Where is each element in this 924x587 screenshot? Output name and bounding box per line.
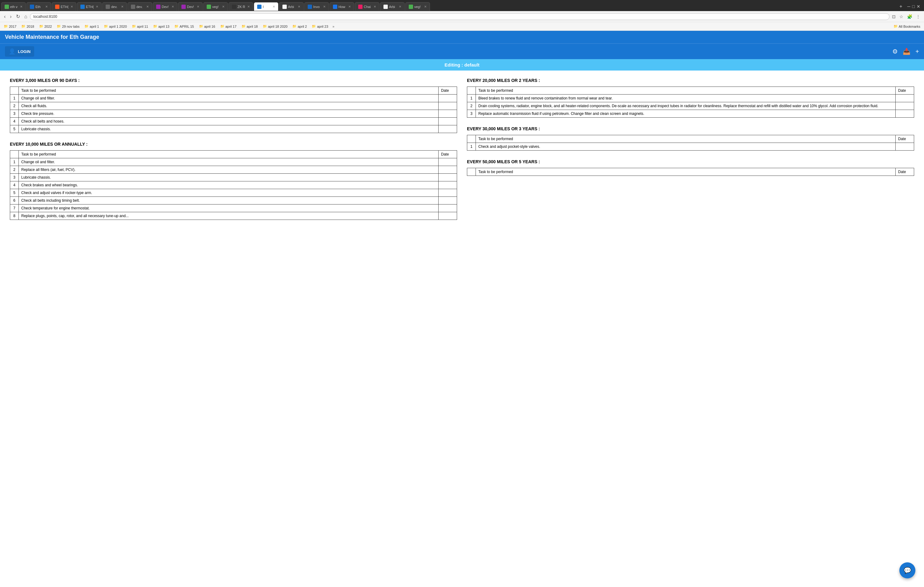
login-button[interactable]: 👤 LOGIN — [5, 46, 34, 57]
tab-close-2[interactable]: ✕ — [71, 5, 73, 8]
tab-favicon-9 — [232, 5, 236, 9]
browser-tab-0[interactable]: eth v✕ — [1, 2, 26, 11]
tab-favicon-1 — [30, 5, 34, 9]
browser-tab-10[interactable]: I✕ — [254, 2, 279, 11]
row-number: 3 — [10, 174, 19, 181]
browser-tab-15[interactable]: Arbi✕ — [380, 2, 405, 11]
reload-button[interactable]: ↻ — [15, 13, 21, 20]
table-row: 3Lubricate chassis. — [10, 174, 457, 181]
tab-close-0[interactable]: ✕ — [20, 5, 23, 8]
tab-close-11[interactable]: ✕ — [298, 5, 300, 8]
bookmark-8[interactable]: 📁APRIL 15 — [173, 24, 195, 29]
bookmark-5[interactable]: 📁april 1 2020 — [102, 24, 128, 29]
tab-label-7: Dev! — [187, 5, 195, 8]
browser-tab-4[interactable]: dev.✕ — [102, 2, 127, 11]
tab-label-16: veg! — [414, 5, 422, 8]
browser-tab-7[interactable]: Dev!✕ — [178, 2, 203, 11]
tab-close-1[interactable]: ✕ — [45, 5, 48, 8]
tab-close-3[interactable]: ✕ — [96, 5, 98, 8]
screen-cast-icon[interactable]: ⊡ — [891, 13, 897, 20]
row-number: 5 — [10, 189, 19, 197]
new-tab-button[interactable]: + — [897, 4, 904, 9]
tab-close-14[interactable]: ✕ — [374, 5, 376, 8]
right-column: EVERY 20,000 MILES OR 2 YEARS :Task to b… — [467, 78, 914, 229]
row-date — [439, 181, 457, 189]
settings-icon[interactable]: ⚙ — [892, 48, 898, 55]
browser-tab-8[interactable]: veg!✕ — [203, 2, 228, 11]
browser-tab-5[interactable]: dev.✕ — [127, 2, 152, 11]
tab-close-6[interactable]: ✕ — [172, 5, 174, 8]
tab-label-5: dev. — [137, 5, 144, 8]
all-bookmarks-button[interactable]: 📁All Bookmarks — [892, 24, 922, 29]
bookmark-12[interactable]: 📁april 18 2020 — [261, 24, 289, 29]
row-task: Change oil and filter. — [19, 94, 439, 102]
browser-tab-16[interactable]: veg!✕ — [405, 2, 430, 11]
tab-label-8: veg! — [212, 5, 220, 8]
browser-tab-12[interactable]: Invo✕ — [304, 2, 329, 11]
close-button[interactable]: ✕ — [917, 4, 920, 9]
table-header-0 — [10, 87, 19, 94]
tab-close-5[interactable]: ✕ — [146, 5, 149, 8]
tab-close-15[interactable]: ✕ — [399, 5, 401, 8]
tab-close-13[interactable]: ✕ — [348, 5, 351, 8]
menu-icon[interactable]: ⋮ — [915, 13, 922, 20]
bookmark-icon[interactable]: ☆ — [898, 13, 904, 20]
browser-tab-3[interactable]: ETH(✕ — [77, 2, 102, 11]
bookmark-13[interactable]: 📁april 2 — [291, 24, 308, 29]
row-date — [896, 94, 914, 102]
tab-favicon-0 — [5, 5, 9, 9]
row-number: 8 — [10, 212, 19, 220]
restore-button[interactable]: □ — [912, 4, 915, 9]
browser-tab-6[interactable]: Dev!✕ — [153, 2, 177, 11]
table-header-0 — [467, 168, 476, 176]
bookmark-3[interactable]: 📁29 nov tabs — [55, 24, 81, 29]
bookmark-14[interactable]: 📁april 23 — [310, 24, 329, 29]
row-task: Check temperature for engine thermostat. — [19, 204, 439, 212]
row-task: Check and adjust valves if rocker-type a… — [19, 189, 439, 197]
tab-close-10[interactable]: ✕ — [272, 5, 275, 8]
bookmark-4[interactable]: 📁april 1 — [83, 24, 100, 29]
bookmark-2[interactable]: 📁2022 — [38, 24, 53, 29]
tab-close-9[interactable]: ✕ — [248, 5, 250, 8]
browser-tab-1[interactable]: Eth✕ — [26, 2, 51, 11]
back-button[interactable]: ‹ — [2, 13, 7, 20]
minimize-button[interactable]: ─ — [908, 4, 911, 9]
browser-tab-9[interactable]: ZK R✕ — [229, 2, 253, 11]
bookmark-1[interactable]: 📁2018 — [20, 24, 35, 29]
browser-tab-2[interactable]: ETH(✕ — [52, 2, 76, 11]
browser-tab-11[interactable]: Arbi✕ — [279, 2, 304, 11]
add-icon[interactable]: + — [916, 48, 919, 55]
tab-close-7[interactable]: ✕ — [197, 5, 199, 8]
row-number: 2 — [10, 166, 19, 174]
tab-close-16[interactable]: ✕ — [424, 5, 427, 8]
bookmark-9[interactable]: 📁april 16 — [198, 24, 216, 29]
home-button[interactable]: ⌂ — [23, 13, 29, 20]
inbox-icon[interactable]: 📥 — [903, 48, 911, 55]
browser-tab-13[interactable]: How✕ — [330, 2, 354, 11]
browser-tab-14[interactable]: Chai✕ — [355, 2, 380, 11]
row-task: Lubricate chassis. — [19, 174, 439, 181]
address-input[interactable] — [30, 13, 889, 20]
bookmark-0[interactable]: 📁2017 — [2, 24, 18, 29]
more-bookmarks-button[interactable]: » — [333, 25, 335, 28]
bookmark-label-6: april 11 — [137, 25, 148, 28]
bookmark-10[interactable]: 📁april 17 — [219, 24, 238, 29]
table-row: 2Replace all filters (air, fuel, PCV). — [10, 166, 457, 174]
tab-close-4[interactable]: ✕ — [121, 5, 124, 8]
row-date — [439, 158, 457, 166]
bookmark-label-3: 29 nov tabs — [62, 25, 79, 28]
folder-icon-7: 📁 — [153, 24, 157, 28]
row-date — [439, 102, 457, 110]
forward-button[interactable]: › — [8, 13, 13, 20]
bookmark-6[interactable]: 📁april 11 — [130, 24, 149, 29]
bookmark-7[interactable]: 📁april 13 — [152, 24, 171, 29]
table-row: 3Check tire pressure. — [10, 110, 457, 118]
tab-close-12[interactable]: ✕ — [323, 5, 325, 8]
tab-close-8[interactable]: ✕ — [222, 5, 224, 8]
section: EVERY 3,000 MILES OR 90 DAYS :Task to be… — [10, 78, 457, 133]
folder-icon-6: 📁 — [132, 24, 136, 28]
row-number: 2 — [10, 102, 19, 110]
nav-right-icons: ⚙ 📥 + — [892, 48, 919, 55]
extension-icon[interactable]: 🧩 — [906, 13, 914, 20]
bookmark-11[interactable]: 📁april 18 — [240, 24, 259, 29]
